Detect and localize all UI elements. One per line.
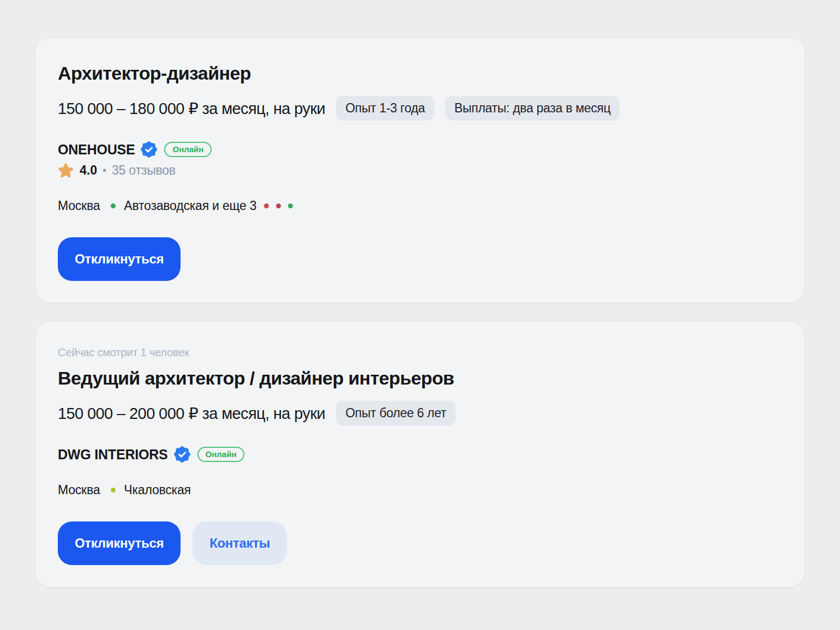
metro-line-dot — [264, 203, 269, 208]
city-label: Москва — [58, 483, 100, 497]
reviews-count[interactable]: 35 отзывов — [112, 163, 176, 178]
metro-station-label: Чкаловская — [124, 483, 190, 497]
vacancy-list: Архитектор-дизайнер 150 000 – 180 000 ₽ … — [0, 0, 840, 587]
verified-badge-icon — [141, 141, 157, 158]
actions-row: Откликнуться Контакты — [58, 521, 783, 565]
metro-station-label: Автозаводская и еще 3 — [124, 199, 256, 213]
extra-metro-dots — [264, 203, 293, 208]
salary-row: 150 000 – 180 000 ₽ за месяц, на руки Оп… — [58, 96, 783, 121]
online-status-badge: Онлайн — [164, 142, 212, 157]
contacts-button[interactable]: Контакты — [193, 521, 287, 565]
salary-row: 150 000 – 200 000 ₽ за месяц, на руки Оп… — [58, 401, 783, 425]
rating-row: 4.0 • 35 отзывов — [58, 163, 783, 178]
experience-tag: Опыт более 6 лет — [336, 401, 455, 425]
location-row: Москва Чкаловская — [58, 483, 783, 497]
company-name[interactable]: ONEHOUSE — [58, 142, 135, 158]
apply-button[interactable]: Откликнуться — [58, 521, 181, 565]
vacancy-title[interactable]: Архитектор-дизайнер — [58, 63, 783, 84]
vacancy-card[interactable]: Архитектор-дизайнер 150 000 – 180 000 ₽ … — [35, 37, 805, 303]
apply-button[interactable]: Откликнуться — [58, 237, 181, 281]
company-row: ONEHOUSE Онлайн — [58, 141, 783, 158]
metro-line-dot — [276, 203, 281, 208]
online-status-badge: Онлайн — [197, 447, 245, 462]
company-row: DWG INTERIORS Онлайн — [58, 446, 783, 463]
rating-separator: • — [102, 164, 107, 177]
star-icon — [58, 163, 74, 178]
rating-value: 4.0 — [80, 163, 97, 178]
vacancy-card[interactable]: Сейчас смотрит 1 человек Ведущий архитек… — [35, 321, 805, 587]
verified-badge-icon — [174, 446, 190, 463]
salary-text: 150 000 – 200 000 ₽ за месяц, на руки — [58, 404, 325, 423]
salary-text: 150 000 – 180 000 ₽ за месяц, на руки — [58, 99, 325, 118]
city-label: Москва — [58, 199, 100, 213]
experience-tag: Опыт 1-3 года — [336, 96, 434, 121]
payout-tag: Выплаты: два раза в месяц — [445, 96, 620, 121]
company-name[interactable]: DWG INTERIORS — [58, 447, 168, 463]
actions-row: Откликнуться — [58, 237, 783, 281]
metro-line-dot — [111, 203, 116, 208]
vacancy-title[interactable]: Ведущий архитектор / дизайнер интерьеров — [58, 368, 783, 389]
metro-line-dot — [288, 203, 293, 208]
viewers-counter: Сейчас смотрит 1 человек — [58, 346, 783, 359]
location-row: Москва Автозаводская и еще 3 — [58, 199, 783, 213]
metro-line-dot — [111, 488, 116, 493]
